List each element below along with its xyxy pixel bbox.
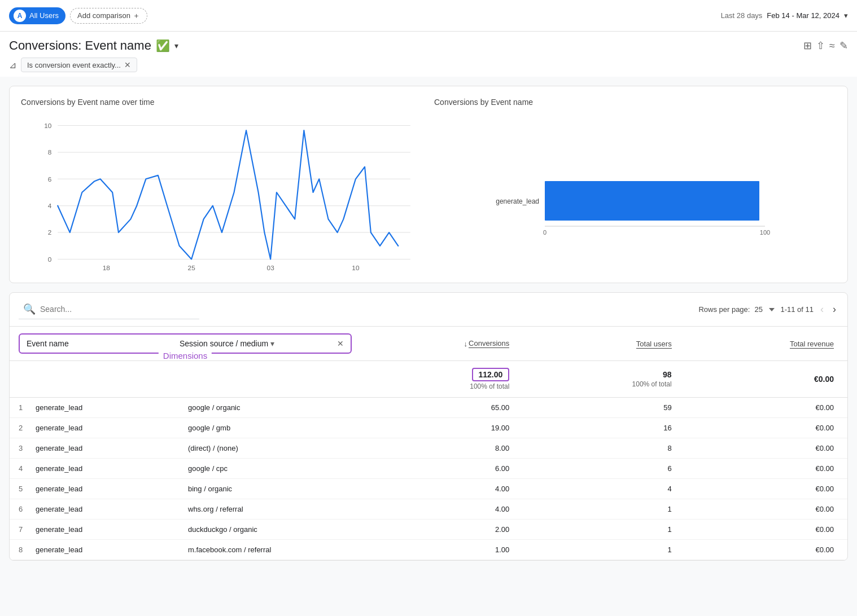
dimensions-label: Dimensions (159, 351, 212, 360)
row-revenue: €0.00 (676, 525, 838, 534)
search-icon: 🔍 (23, 303, 36, 315)
svg-rect-19 (545, 181, 759, 221)
totals-revenue-value: €0.00 (676, 375, 838, 384)
table-row: 7 generate_lead duckduckgo / organic 2.0… (10, 520, 847, 540)
bar-chart-title: Conversions by Event name (434, 98, 836, 107)
svg-text:6: 6 (48, 175, 52, 183)
user-chip[interactable]: A All Users (9, 7, 65, 24)
check-icon: ✅ (156, 39, 170, 52)
totals-conversions: 112.00 100% of total (352, 368, 514, 390)
page-info: 1-11 of 11 (780, 305, 814, 314)
row-revenue: €0.00 (676, 424, 838, 432)
table-row: 5 generate_lead bing / organic 4.00 4 €0… (10, 479, 847, 499)
row-revenue: €0.00 (676, 403, 838, 412)
rows-per-page-select[interactable]: 25 50 100 (754, 305, 776, 314)
row-number: 8 (19, 545, 36, 554)
dim1-header: Event name (27, 339, 180, 348)
edit-icon[interactable]: ✎ (839, 39, 848, 52)
row-dim2: whs.org / referral (188, 505, 352, 513)
dim2-header: Session source / medium (180, 339, 268, 348)
filter-chip[interactable]: Is conversion event exactly... ✕ (21, 58, 137, 72)
svg-text:0: 0 (48, 256, 52, 263)
user-label: All Users (29, 11, 59, 20)
search-input[interactable] (40, 305, 195, 314)
dimensions-header-row: Event name Session source / medium ▾ ✕ D… (10, 327, 847, 361)
prev-page-button[interactable]: ‹ (818, 301, 826, 318)
row-users: 1 (514, 525, 676, 534)
filter-icon: ⊿ (9, 60, 16, 71)
row-revenue: €0.00 (676, 464, 838, 473)
total-users-header-label: Total users (636, 340, 672, 349)
row-dim1: generate_lead (36, 424, 188, 432)
total-revenue-col-header[interactable]: Total revenue (676, 340, 838, 348)
svg-text:2: 2 (48, 228, 52, 236)
row-number: 7 (19, 525, 36, 534)
date-range-value: Feb 14 - Mar 12, 2024 (767, 11, 839, 20)
bar-chart-container: generate_lead 0 100 (434, 113, 836, 271)
row-conversions: 4.00 (352, 485, 514, 493)
dimensions-close-icon[interactable]: ✕ (337, 339, 344, 348)
row-users: 1 (514, 545, 676, 554)
svg-text:4: 4 (48, 202, 52, 210)
avatar: A (14, 10, 26, 22)
dimensions-selector[interactable]: Event name Session source / medium ▾ ✕ D… (19, 333, 352, 354)
row-dim1: generate_lead (36, 485, 188, 493)
dropdown-arrow-icon: ▾ (270, 339, 274, 348)
row-conversions: 8.00 (352, 444, 514, 452)
row-dim1: generate_lead (36, 444, 188, 452)
add-comparison-button[interactable]: Add comparison ＋ (70, 8, 147, 24)
row-dim2: duckduckgo / organic (188, 525, 352, 534)
sort-down-icon: ↓ (464, 340, 468, 348)
row-users: 1 (514, 505, 676, 513)
table-row: 3 generate_lead (direct) / (none) 8.00 8… (10, 438, 847, 459)
page-header: Conversions: Event name ✅ ▾ ⊞ ⇧ ≈ ✎ ⊿ Is… (0, 32, 857, 77)
row-users: 59 (514, 403, 676, 412)
total-revenue-header-label: Total revenue (790, 340, 834, 349)
row-number: 4 (19, 464, 36, 473)
row-users: 4 (514, 485, 676, 493)
next-page-button[interactable]: › (830, 301, 838, 318)
compare-icon[interactable]: ≈ (829, 40, 835, 52)
line-chart-container: 0 2 4 6 8 10 18 Feb 25 03 (21, 113, 423, 271)
svg-text:0: 0 (543, 229, 546, 236)
row-revenue: €0.00 (676, 505, 838, 513)
svg-text:100: 100 (760, 229, 770, 236)
title-dropdown-icon[interactable]: ▾ (174, 41, 178, 50)
table-row: 6 generate_lead whs.org / referral 4.00 … (10, 499, 847, 520)
chart-card: Conversions by Event name over time 0 2 (9, 86, 848, 283)
row-dim1: generate_lead (36, 505, 188, 513)
row-users: 16 (514, 424, 676, 432)
row-dim1: generate_lead (36, 545, 188, 554)
bar-chart-section: Conversions by Event name generate_lead … (434, 98, 836, 271)
row-dim2: bing / organic (188, 485, 352, 493)
totals-conversions-pct: 100% of total (356, 382, 509, 390)
row-dim2: google / organic (188, 403, 352, 412)
total-users-col-header[interactable]: Total users (514, 340, 676, 348)
filter-close-icon[interactable]: ✕ (124, 60, 131, 69)
chevron-down-icon[interactable]: ▾ (844, 11, 848, 20)
svg-text:03: 03 (267, 264, 275, 271)
totals-users-pct: 100% of total (518, 380, 671, 388)
conversions-col-header[interactable]: ↓ Conversions (352, 339, 514, 348)
table-row: 4 generate_lead google / cpc 6.00 6 €0.0… (10, 459, 847, 479)
row-dim2: (direct) / (none) (188, 444, 352, 452)
search-box: 🔍 (19, 300, 199, 319)
row-conversions: 65.00 (352, 403, 514, 412)
top-bar: A All Users Add comparison ＋ Last 28 day… (0, 0, 857, 32)
filter-text: Is conversion event exactly... (27, 61, 121, 69)
row-dim1: generate_lead (36, 403, 188, 412)
row-conversions: 19.00 (352, 424, 514, 432)
table-row: 2 generate_lead google / gmb 19.00 16 €0… (10, 418, 847, 438)
page-title-row: Conversions: Event name ✅ ▾ ⊞ ⇧ ≈ ✎ (9, 38, 848, 53)
row-conversions: 2.00 (352, 525, 514, 534)
filter-row: ⊿ Is conversion event exactly... ✕ (9, 58, 848, 72)
row-dim2: m.facebook.com / referral (188, 545, 352, 554)
totals-users: 98 100% of total (514, 370, 676, 388)
pagination-row: Rows per page: 25 50 100 1-11 of 11 ‹ › (698, 301, 838, 318)
table-icon[interactable]: ⊞ (803, 39, 812, 52)
row-number: 3 (19, 444, 36, 452)
share-icon[interactable]: ⇧ (816, 39, 825, 52)
row-dim1: generate_lead (36, 464, 188, 473)
plus-icon: ＋ (133, 11, 140, 21)
row-conversions: 4.00 (352, 505, 514, 513)
